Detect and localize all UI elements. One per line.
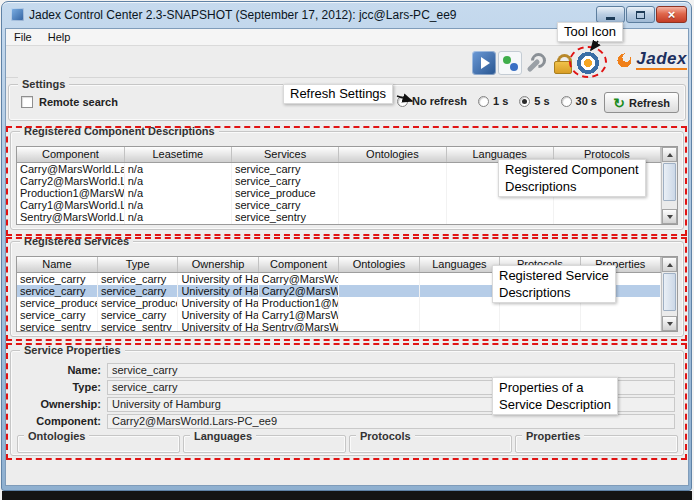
column-header-component[interactable]: Component <box>17 147 124 162</box>
table-cell[interactable]: n/a <box>124 162 231 175</box>
table-cell[interactable]: service_carry <box>97 285 177 297</box>
column-header-type[interactable]: Type <box>97 257 177 272</box>
table-cell[interactable]: Production1@M... <box>258 297 338 309</box>
component-field[interactable]: Carry2@MarsWorld.Lars-PC_ee9 <box>107 414 675 429</box>
table-cell[interactable] <box>339 162 446 175</box>
column-header-name[interactable]: Name <box>17 257 97 272</box>
table-cell[interactable] <box>339 309 419 321</box>
table-cell[interactable]: Carry1@MarsW... <box>258 309 338 321</box>
table-cell[interactable]: service_sentry <box>17 321 97 332</box>
table-cell[interactable]: service_produce <box>97 297 177 309</box>
table-cell[interactable] <box>580 309 660 321</box>
remote-search-checkbox[interactable]: Remote search <box>21 96 118 108</box>
table-cell[interactable] <box>500 309 580 321</box>
table-cell[interactable]: service_carry <box>97 309 177 321</box>
table-cell[interactable] <box>419 309 499 321</box>
table-row[interactable]: Sentry@MarsWorld.La...n/aservice_sentry <box>17 211 661 223</box>
table-cell[interactable]: service_carry <box>17 285 97 297</box>
column-header-ownership[interactable]: Ownership <box>178 257 258 272</box>
table-cell[interactable] <box>339 321 419 332</box>
table-cell[interactable]: n/a <box>124 211 231 223</box>
table-cell[interactable]: Carry1@MarsWorld.La... <box>17 199 124 211</box>
table-row[interactable]: service_sentryservice_sentryUniversity o… <box>17 321 661 332</box>
table-cell[interactable] <box>419 272 499 285</box>
menu-help[interactable]: Help <box>40 30 79 44</box>
table-cell[interactable] <box>446 223 553 225</box>
scrollbar-thumb[interactable] <box>663 163 676 201</box>
security-lock-icon[interactable] <box>550 51 574 75</box>
table-cell[interactable]: University of Ha... <box>178 272 258 285</box>
table-cell[interactable]: Sentry@MarsW... <box>258 321 338 332</box>
table-cell[interactable]: service_carry <box>232 162 339 175</box>
scroll-up-button[interactable] <box>662 147 677 162</box>
close-button[interactable]: × <box>656 6 687 23</box>
table-cell[interactable] <box>580 321 660 332</box>
table-cell[interactable] <box>339 175 446 187</box>
minimize-button[interactable] <box>596 6 625 23</box>
table-cell[interactable] <box>17 223 124 225</box>
table-cell[interactable] <box>446 211 553 223</box>
table-row[interactable]: Carry1@MarsWorld.La...n/aservice_carry <box>17 199 661 211</box>
column-header-languages[interactable]: Languages <box>419 257 499 272</box>
table-cell[interactable] <box>446 199 553 211</box>
table-cell[interactable]: Carry2@MarsW... <box>258 285 338 297</box>
table-cell[interactable] <box>339 272 419 285</box>
table-cell[interactable]: Carry@MarsWorld.Lar... <box>17 162 124 175</box>
scroll-down-button[interactable] <box>662 209 677 224</box>
table-cell[interactable] <box>339 211 446 223</box>
table-row[interactable] <box>17 223 661 225</box>
table-cell[interactable]: Carry2@MarsWorld.La... <box>17 175 124 187</box>
table-cell[interactable]: service_produce <box>232 187 339 199</box>
maximize-button[interactable] <box>626 6 655 23</box>
column-header-leasetime[interactable]: Leasetime <box>124 147 231 162</box>
table-cell[interactable] <box>500 321 580 332</box>
column-header-component[interactable]: Component <box>258 257 338 272</box>
table-cell[interactable] <box>419 321 499 332</box>
table-cell[interactable]: service_carry <box>232 199 339 211</box>
column-header-ontologies[interactable]: Ontologies <box>339 257 419 272</box>
table-cell[interactable] <box>553 199 660 211</box>
column-header-ontologies[interactable]: Ontologies <box>339 147 446 162</box>
table-cell[interactable]: University of Ha... <box>178 285 258 297</box>
table-cell[interactable]: Carry@MarsWor... <box>258 272 338 285</box>
scrollbar-thumb[interactable] <box>663 273 676 311</box>
table-cell[interactable]: service_carry <box>232 175 339 187</box>
table-cell[interactable] <box>339 297 419 309</box>
table-cell[interactable]: University of Ha... <box>178 309 258 321</box>
starter-icon[interactable] <box>472 51 496 75</box>
services-scrollbar[interactable] <box>661 257 677 331</box>
table-cell[interactable] <box>124 223 231 225</box>
menu-file[interactable]: File <box>6 30 40 44</box>
table-cell[interactable] <box>339 223 446 225</box>
table-cell[interactable]: University of Ha... <box>178 297 258 309</box>
scroll-down-button[interactable] <box>662 316 677 331</box>
scroll-up-button[interactable] <box>662 257 677 272</box>
table-cell[interactable]: n/a <box>124 199 231 211</box>
refresh-option-30-s[interactable]: 30 s <box>561 95 597 107</box>
table-cell[interactable]: University of Ha... <box>178 321 258 332</box>
table-row[interactable]: service_carryservice_carryUniversity of … <box>17 309 661 321</box>
refresh-option-no-refresh[interactable]: No refresh <box>397 95 467 107</box>
table-cell[interactable]: service_carry <box>17 309 97 321</box>
df-tool-icon[interactable] <box>576 51 600 75</box>
table-cell[interactable]: service_sentry <box>97 321 177 332</box>
refresh-option-5-s[interactable]: 5 s <box>519 95 549 107</box>
table-cell[interactable] <box>232 223 339 225</box>
table-cell[interactable]: n/a <box>124 175 231 187</box>
table-cell[interactable] <box>339 285 419 297</box>
table-cell[interactable]: Production1@MarsWo... <box>17 187 124 199</box>
table-cell[interactable]: Sentry@MarsWorld.La... <box>17 211 124 223</box>
tools-wrench-icon[interactable] <box>524 51 548 75</box>
table-cell[interactable]: service_carry <box>97 272 177 285</box>
components-scrollbar[interactable] <box>661 147 677 224</box>
table-cell[interactable] <box>553 211 660 223</box>
table-cell[interactable]: service_produce <box>17 297 97 309</box>
table-cell[interactable] <box>339 199 446 211</box>
refresh-button[interactable]: ↻ Refresh <box>604 92 679 113</box>
table-cell[interactable] <box>553 223 660 225</box>
name-field[interactable]: service_carry <box>107 363 675 378</box>
table-cell[interactable]: service_sentry <box>232 211 339 223</box>
column-header-services[interactable]: Services <box>232 147 339 162</box>
table-cell[interactable] <box>339 187 446 199</box>
table-cell[interactable]: n/a <box>124 187 231 199</box>
